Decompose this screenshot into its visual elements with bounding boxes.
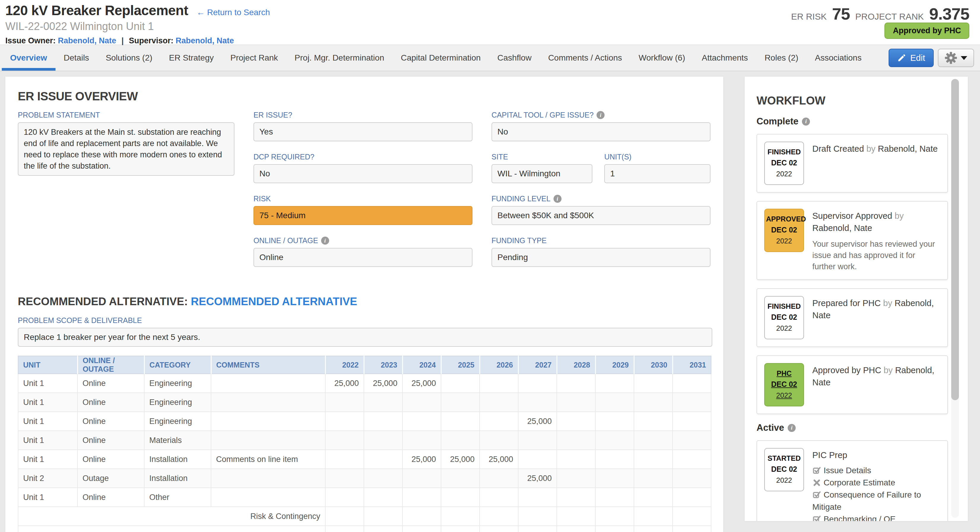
tab-associations[interactable]: Associations (807, 45, 870, 71)
funding-type-field[interactable]: Pending (492, 248, 711, 267)
capital-tool-label: CAPITAL TOOL / GPE ISSUE? i (492, 111, 711, 119)
table-cell: Online (78, 412, 144, 431)
table-cell (402, 393, 441, 412)
tab-overview[interactable]: Overview (2, 45, 56, 71)
issue-owner-link[interactable]: Rabenold, Nate (58, 36, 116, 45)
table-cell (480, 393, 518, 412)
column-header-unit: UNIT (18, 356, 78, 374)
active-label: Active (757, 422, 784, 433)
info-icon[interactable]: i (554, 195, 562, 203)
table-cell (673, 431, 711, 450)
table-cell (518, 374, 557, 393)
status-badge-approved-by-phc: Approved by PHC (885, 22, 969, 39)
dcp-required-label: DCP REQUIRED? (253, 153, 473, 161)
er-issue-field[interactable]: Yes (253, 122, 473, 141)
checklist: Issue DetailsCorporate EstimateConsequen… (812, 464, 940, 521)
capital-tool-field[interactable]: No (492, 122, 711, 141)
workflow-card-title: Draft Created by Rabenold, Nate (812, 143, 940, 155)
tab-attachments[interactable]: Attachments (693, 45, 756, 71)
complete-label: Complete (757, 116, 799, 127)
info-icon[interactable]: i (321, 237, 329, 245)
table-cell (634, 450, 673, 469)
recommended-alternative-heading: RECOMMENDED ALTERNATIVE: RECOMMENDED ALT… (18, 295, 723, 308)
project-rank-label: PROJECT RANK (855, 11, 924, 22)
return-to-search-link[interactable]: ← Return to Search (196, 8, 270, 17)
workflow-card-title: Approved by PHC by Rabenold, Nate (812, 364, 940, 389)
table-cell: Comments on line item (211, 450, 325, 469)
problem-statement-label: PROBLEM STATEMENT (18, 111, 234, 119)
tab-capital-determination[interactable]: Capital Determination (392, 45, 489, 71)
risk-contingency-row: Risk & Contingency (18, 507, 711, 526)
tab-solutions-2[interactable]: Solutions (2) (97, 45, 161, 71)
info-icon[interactable]: i (802, 118, 810, 126)
table-cell (557, 469, 595, 488)
badge-b1: APPROVED (766, 214, 802, 224)
workflow-status-badge: FINISHEDDEC 022022 (764, 142, 804, 185)
main-panel: ER ISSUE OVERVIEW PROBLEM STATEMENT 120 … (5, 76, 723, 532)
table-cell (673, 488, 711, 507)
tab-details[interactable]: Details (56, 45, 98, 71)
table-cell: - (673, 526, 711, 532)
table-cell: Engineering (144, 412, 211, 431)
funding-type-label: FUNDING TYPE (492, 236, 711, 245)
checklist-item-label: Corporate Estimate (824, 478, 895, 487)
tab-proj-mgr-determination[interactable]: Proj. Mgr. Determination (286, 45, 393, 71)
info-icon[interactable]: i (597, 111, 605, 119)
workflow-status-badge[interactable]: PHCDEC 022022 (764, 363, 804, 406)
table-cell: Unit 1 (18, 374, 78, 393)
online-outage-field[interactable]: Online (253, 248, 473, 267)
workflow-complete-subheading: Complete i (757, 116, 968, 127)
table-cell (325, 431, 364, 450)
table-cell: 25,000 (441, 450, 480, 469)
problem-statement-field[interactable]: 120 kV Breakers at the Main st. substati… (18, 122, 234, 176)
edit-button[interactable]: Edit (889, 49, 934, 67)
table-cell (557, 488, 595, 507)
badge-b3: 2022 (766, 236, 802, 247)
checklist-item-benchmarking-oe[interactable]: Benchmarking / OE (812, 513, 940, 521)
recommended-alternative-link[interactable]: RECOMMENDED ALTERNATIVE (191, 295, 357, 307)
table-cell (480, 488, 518, 507)
funding-level-field[interactable]: Between $50K and $500K (492, 206, 711, 225)
page-header: 120 kV Breaker Replacement ← Return to S… (0, 0, 980, 45)
sidebar-scrollbar-thumb[interactable] (951, 79, 959, 400)
settings-button[interactable] (938, 49, 974, 67)
problem-scope-field[interactable]: Replace 1 breaker per year for the next … (18, 328, 712, 347)
column-header-2028: 2028 (557, 356, 595, 374)
tab-comments-actions[interactable]: Comments / Actions (540, 45, 630, 71)
workflow-status-badge: STARTEDDEC 022022 (764, 448, 804, 491)
table-cell (364, 412, 402, 431)
workflow-card-description: Your supervisor has reviewed your issue … (812, 238, 940, 272)
checklist-item-consequence-of-failure-to-mitigate[interactable]: Consequence of Failure to Mitigate (812, 489, 940, 513)
content: ER ISSUE OVERVIEW PROBLEM STATEMENT 120 … (0, 71, 980, 532)
table-cell (441, 431, 480, 450)
tab-workflow-6[interactable]: Workflow (6) (630, 45, 694, 71)
column-header-2031: 2031 (673, 356, 711, 374)
site-field[interactable]: WIL - Wilmington (492, 164, 592, 183)
x-icon (812, 478, 824, 487)
risk-contingency-label: Risk & Contingency (18, 507, 325, 526)
table-cell (673, 507, 711, 526)
tab-cashflow[interactable]: Cashflow (489, 45, 540, 71)
table-cell: Installation (144, 469, 211, 488)
units-field[interactable]: 1 (604, 164, 711, 183)
tab-project-rank[interactable]: Project Rank (222, 45, 286, 71)
checklist-item-label: Issue Details (824, 466, 871, 475)
info-icon[interactable]: i (788, 424, 796, 432)
tab-roles-2[interactable]: Roles (2) (756, 45, 807, 71)
risk-field[interactable]: 75 - Medium (253, 206, 473, 225)
badge-b1: FINISHED (766, 301, 802, 311)
dcp-required-field[interactable]: No (253, 164, 473, 183)
workflow-card-text: Supervisor Approved by Rabenold, NateYou… (812, 209, 940, 272)
table-cell (595, 393, 634, 412)
table-cell (402, 412, 441, 431)
badge-b2: DEC 02 (766, 157, 802, 168)
column-header-2026: 2026 (480, 356, 518, 374)
table-cell (595, 488, 634, 507)
table-cell: 50,000 (402, 526, 441, 532)
table-cell: 25,000 (480, 526, 518, 532)
supervisor-link[interactable]: Rabenold, Nate (176, 36, 234, 45)
table-row: Unit 1OnlineEngineering25,000 (18, 412, 711, 431)
tab-er-strategy[interactable]: ER Strategy (161, 45, 222, 71)
checklist-item-corporate-estimate[interactable]: Corporate Estimate (812, 476, 940, 489)
checklist-item-issue-details[interactable]: Issue Details (812, 464, 940, 476)
